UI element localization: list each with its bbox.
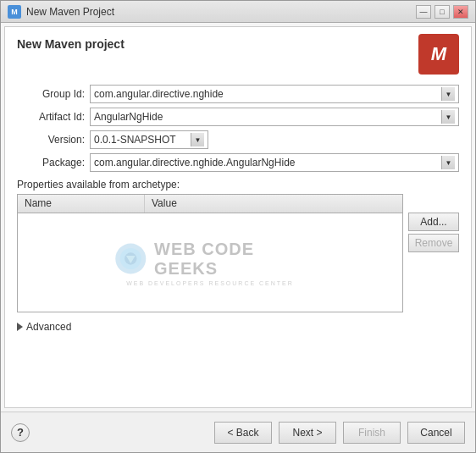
watermark-svg-icon xyxy=(114,240,148,278)
advanced-triangle-icon xyxy=(17,323,23,331)
table-side-buttons: Add... Remove xyxy=(408,213,459,252)
group-id-dropdown-arrow[interactable]: ▼ xyxy=(441,87,455,101)
minimize-button[interactable]: — xyxy=(416,5,431,19)
group-id-input[interactable]: com.angular.directive.nghide ▼ xyxy=(90,85,459,103)
artifact-id-dropdown-arrow[interactable]: ▼ xyxy=(441,110,455,124)
artifact-id-value: AngularNgHide xyxy=(94,111,163,123)
content-area: New Maven project M Group Id: com.angula… xyxy=(4,26,472,408)
maven-logo: M xyxy=(418,34,459,75)
table-header: Name Value xyxy=(18,195,402,213)
finish-button[interactable]: Finish xyxy=(343,422,401,444)
watermark: WEB CODE GEEKS WEB DEVELOPERS RESOURCE C… xyxy=(114,240,307,286)
remove-button[interactable]: Remove xyxy=(408,234,459,252)
page-title: New Maven project xyxy=(17,37,125,51)
maximize-button[interactable]: □ xyxy=(434,5,450,19)
version-row: Version: 0.0.1-SNAPSHOT ▼ xyxy=(17,130,459,149)
watermark-main-text: WEB CODE GEEKS xyxy=(154,240,306,279)
watermark-logo: WEB CODE GEEKS xyxy=(114,240,307,279)
window: M New Maven Project — □ ✕ New Maven proj… xyxy=(0,0,476,453)
add-button[interactable]: Add... xyxy=(408,213,459,231)
version-select[interactable]: 0.0.1-SNAPSHOT ▼ xyxy=(90,130,208,149)
artifact-id-input[interactable]: AngularNgHide ▼ xyxy=(90,108,459,126)
title-bar-left: M New Maven Project xyxy=(8,5,114,19)
group-id-label: Group Id: xyxy=(17,88,85,100)
package-input[interactable]: com.angular.directive.nghide.AngularNgHi… xyxy=(90,153,459,172)
title-controls: — □ ✕ xyxy=(416,5,468,19)
form-area: Group Id: com.angular.directive.nghide ▼… xyxy=(17,85,459,172)
table-header-name: Name xyxy=(18,195,145,213)
properties-table: Name Value xyxy=(17,194,403,312)
package-dropdown-arrow[interactable]: ▼ xyxy=(441,156,455,169)
group-id-value: com.angular.directive.nghide xyxy=(94,88,224,100)
back-button[interactable]: < Back xyxy=(214,422,272,444)
package-row: Package: com.angular.directive.nghide.An… xyxy=(17,153,459,172)
table-body: WEB CODE GEEKS WEB DEVELOPERS RESOURCE C… xyxy=(18,213,402,312)
close-button[interactable]: ✕ xyxy=(453,5,468,19)
package-label: Package: xyxy=(17,157,85,168)
group-id-row: Group Id: com.angular.directive.nghide ▼ xyxy=(17,85,459,103)
window-title: New Maven Project xyxy=(26,6,114,18)
bottom-bar: ? < Back Next > Finish Cancel xyxy=(1,412,475,452)
advanced-row[interactable]: Advanced xyxy=(17,318,459,336)
version-dropdown-arrow[interactable]: ▼ xyxy=(191,133,204,146)
app-icon: M xyxy=(8,5,21,19)
table-with-buttons: Name Value xyxy=(17,194,459,312)
cancel-button[interactable]: Cancel xyxy=(407,422,465,444)
next-button[interactable]: Next > xyxy=(279,422,336,444)
watermark-sub-text: WEB DEVELOPERS RESOURCE CENTER xyxy=(126,280,294,286)
help-button[interactable]: ? xyxy=(11,423,30,442)
version-label: Version: xyxy=(17,134,85,146)
table-header-value: Value xyxy=(145,195,402,213)
page-header: New Maven project M xyxy=(17,37,459,75)
package-value: com.angular.directive.nghide.AngularNgHi… xyxy=(94,157,295,168)
version-value: 0.0.1-SNAPSHOT xyxy=(94,134,176,146)
artifact-id-label: Artifact Id: xyxy=(17,111,85,123)
advanced-label: Advanced xyxy=(26,321,71,333)
title-bar: M New Maven Project — □ ✕ xyxy=(1,1,475,23)
artifact-id-row: Artifact Id: AngularNgHide ▼ xyxy=(17,108,459,126)
properties-label: Properties available from archetype: xyxy=(17,179,459,191)
